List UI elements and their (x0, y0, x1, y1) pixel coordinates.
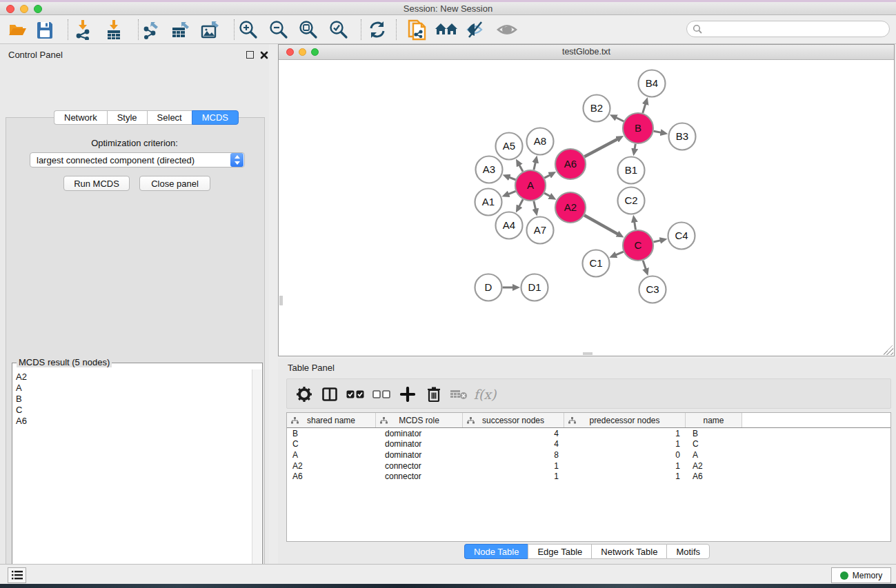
graph-edge[interactable] (635, 144, 635, 150)
run-mcds-button[interactable]: Run MCDS (63, 176, 130, 191)
table-cell: 1 (564, 472, 686, 481)
graph-edge[interactable] (519, 199, 523, 207)
tab-motifs[interactable]: Motifs (666, 544, 710, 559)
open-session-icon[interactable] (6, 19, 29, 41)
network-minimize-button[interactable] (299, 48, 306, 56)
tab-select[interactable]: Select (147, 110, 192, 125)
horizontal-scroll-thumb[interactable] (583, 352, 593, 355)
minimize-window-button[interactable] (20, 5, 28, 13)
graph-edge[interactable] (635, 221, 636, 230)
graph-edge[interactable] (643, 261, 646, 270)
refresh-view-icon[interactable] (366, 19, 389, 41)
graph-edge[interactable] (584, 139, 618, 156)
zoom-out-icon[interactable] (267, 19, 290, 41)
graph-node-label: C (635, 239, 642, 251)
split-view-icon[interactable] (319, 384, 340, 405)
task-history-button[interactable] (8, 567, 26, 583)
close-window-button[interactable] (6, 5, 14, 13)
table-cell: dominator (376, 429, 463, 438)
tab-style[interactable]: Style (107, 110, 147, 125)
select-all-checkboxes-icon[interactable] (345, 384, 366, 405)
export-image-icon[interactable] (199, 19, 222, 41)
node-table: shared name MCDS role successor nodes pr… (286, 412, 891, 542)
search-input[interactable] (706, 24, 889, 34)
graph-node-label: B1 (625, 164, 637, 176)
hide-selected-icon[interactable] (464, 19, 488, 41)
graph-edge[interactable] (615, 117, 624, 121)
vertical-scroll-thumb[interactable] (279, 296, 283, 305)
export-table-icon[interactable] (169, 19, 192, 41)
home-view-icon[interactable] (435, 19, 458, 41)
hierarchy-icon (568, 417, 576, 424)
memory-button[interactable]: Memory (831, 567, 891, 583)
table-row[interactable]: Bdominator41B (287, 428, 890, 439)
table-cell: C (287, 439, 376, 449)
import-network-icon[interactable] (71, 19, 94, 41)
import-table-icon[interactable] (102, 19, 126, 41)
graph-edge[interactable] (653, 241, 661, 242)
mcds-result-item[interactable]: A6 (16, 416, 252, 427)
export-network-icon[interactable] (140, 19, 163, 41)
graph-edge[interactable] (544, 193, 550, 196)
status-bar: Memory (0, 564, 896, 584)
network-graph-canvas[interactable]: B4B2BB3A5A8A6A3B1AA1C2A2A4A7C4CC1C3DD1 (279, 60, 894, 356)
tab-node-table[interactable]: Node Table (464, 544, 528, 559)
zoom-in-icon[interactable] (237, 19, 260, 41)
new-network-from-selection-icon[interactable] (406, 19, 429, 41)
column-header-mcds-role[interactable]: MCDS role (376, 413, 463, 427)
graph-edge[interactable] (508, 191, 515, 194)
graph-edge[interactable] (654, 131, 661, 132)
deselect-all-checkboxes-icon[interactable] (371, 384, 392, 405)
graph-edge[interactable] (584, 215, 618, 234)
tab-network[interactable]: Network (54, 110, 107, 125)
search-field[interactable] (686, 21, 890, 37)
search-icon (693, 24, 702, 34)
mcds-result-list[interactable]: A2ABCA6 (13, 369, 252, 588)
float-panel-icon[interactable] (246, 51, 254, 59)
tab-network-table[interactable]: Network Table (591, 544, 666, 559)
network-close-button[interactable] (286, 48, 294, 56)
table-row[interactable]: Cdominator41C (287, 439, 890, 450)
graph-edge[interactable] (643, 103, 646, 113)
column-header-predecessor-nodes[interactable]: predecessor nodes (564, 413, 686, 427)
zoom-selected-icon[interactable] (327, 19, 350, 41)
add-column-icon[interactable] (397, 384, 418, 405)
graph-edge[interactable] (519, 165, 523, 172)
mcds-result-item[interactable]: C (16, 405, 252, 416)
resize-grip-icon[interactable] (884, 345, 893, 355)
tab-mcds[interactable]: MCDS (192, 110, 239, 125)
table-row[interactable]: A2connector11A2 (287, 460, 890, 472)
graph-edge[interactable] (534, 201, 536, 210)
function-builder-icon[interactable]: f(x) (475, 384, 495, 405)
network-zoom-button[interactable] (311, 48, 319, 56)
table-cell: C (686, 439, 742, 449)
result-scrollbar[interactable] (252, 369, 261, 588)
graph-node-label: A1 (482, 196, 495, 207)
criterion-dropdown[interactable]: largest connected component (directed) (30, 152, 245, 168)
show-all-icon[interactable] (495, 19, 519, 41)
main-toolbar (0, 15, 896, 44)
mcds-result-box: MCDS result (5 nodes) A2ABCA6 (12, 363, 263, 588)
graph-edge[interactable] (544, 175, 550, 179)
table-row[interactable]: A6connector11A6 (287, 471, 890, 482)
table-cell: connector (376, 461, 463, 471)
graph-edge[interactable] (615, 252, 624, 255)
save-session-icon[interactable] (33, 19, 57, 41)
mcds-result-item[interactable]: A2 (16, 372, 252, 383)
zoom-window-button[interactable] (34, 5, 42, 13)
graph-edge[interactable] (508, 177, 515, 180)
close-panel-button[interactable]: Close panel (139, 176, 210, 191)
tab-edge-table[interactable]: Edge Table (528, 544, 591, 559)
close-panel-icon[interactable] (260, 51, 268, 59)
table-row[interactable]: Adominator80A (287, 449, 890, 460)
delete-column-icon[interactable] (424, 384, 444, 405)
zoom-fit-icon[interactable] (297, 19, 320, 41)
column-header-shared-name[interactable]: shared name (287, 413, 376, 427)
column-header-successor-nodes[interactable]: successor nodes (463, 413, 564, 427)
column-header-name[interactable]: name (686, 413, 742, 427)
graph-edge[interactable] (534, 162, 536, 170)
table-options-gear-icon[interactable] (294, 384, 315, 405)
mcds-result-item[interactable]: B (16, 394, 252, 405)
mcds-result-item[interactable]: A (16, 383, 252, 394)
delete-table-icon[interactable] (448, 384, 469, 405)
